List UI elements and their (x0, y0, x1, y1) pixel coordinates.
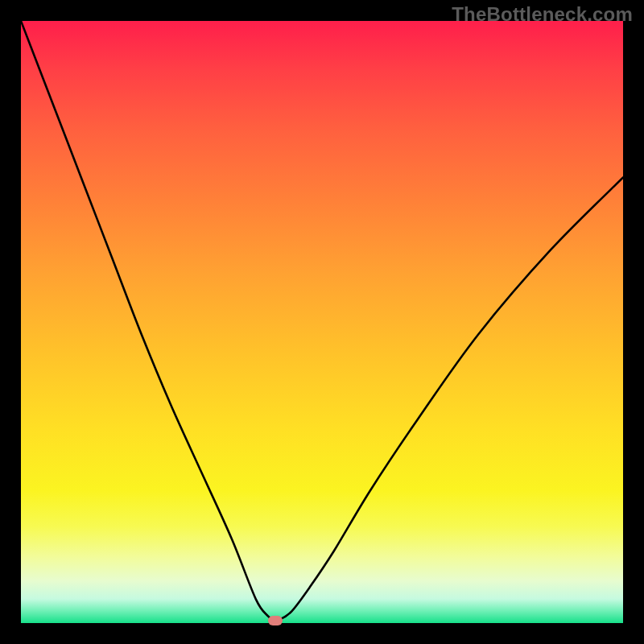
minimum-marker (268, 616, 283, 625)
curve-svg (21, 21, 623, 623)
watermark-text: TheBottleneck.com (452, 3, 633, 26)
chart-frame: TheBottleneck.com (0, 0, 644, 644)
bottleneck-curve (21, 21, 623, 620)
plot-area (21, 21, 623, 623)
